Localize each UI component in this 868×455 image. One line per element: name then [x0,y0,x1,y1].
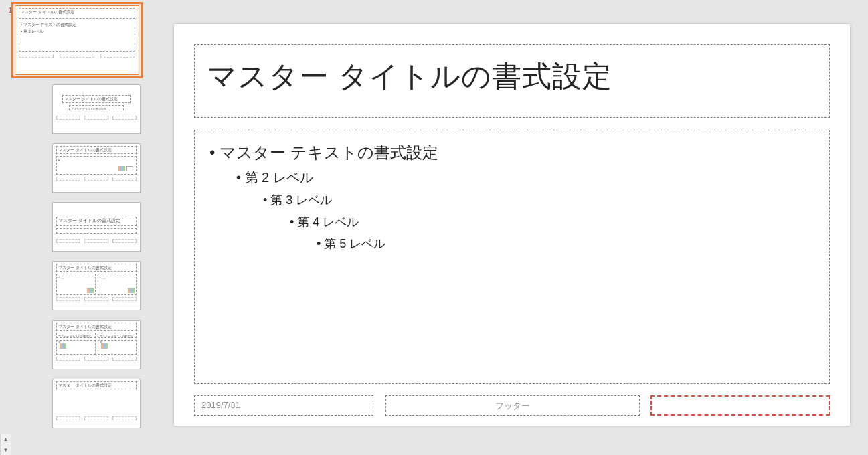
thumb-title-text: マスター タイトルの書式設定 [57,217,136,224]
thumb-title-text: マスター タイトルの書式設定 [57,147,136,153]
slide-number-placeholder[interactable] [650,395,830,416]
image-icon [126,166,133,171]
thumbnail-layout[interactable]: マスター タイトルの書式設定 [52,202,141,252]
footer-placeholder[interactable]: フッター [385,395,640,416]
thumb-title-text: マスター タイトルの書式設定 [19,9,135,15]
thumbnail-master[interactable]: マスター タイトルの書式設定 • マスター テキストの書式設定 • 第 2 レベ… [15,5,139,75]
thumb-body-text: • … [57,274,95,281]
thumb-sub-text: マスター テキストの書式設定 [70,106,123,112]
date-placeholder[interactable]: 2019/7/31 [194,395,373,416]
chart-icon [128,288,135,293]
thumbnail-layout-row: マスター タイトルの書式設定 • … • … [0,261,151,310]
chart-icon [101,343,108,349]
thumb-title-text: マスター タイトルの書式設定 [57,382,136,389]
body-level-5[interactable]: 第 5 レベル [317,233,814,254]
title-placeholder[interactable]: マスター タイトルの書式設定 [194,44,830,118]
thumb-body-text: • マスター テキストの書式設定 [19,21,135,28]
thumbnail-layout-row: マスター タイトルの書式設定 [0,202,151,252]
title-text[interactable]: マスター タイトルの書式設定 [207,57,817,96]
thumbnails-scrollbar[interactable]: ▲ ▼ [0,434,11,455]
body-level-1[interactable]: マスター テキストの書式設定 [209,140,814,165]
thumbnail-layout[interactable]: マスター タイトルの書式設定 • … [52,143,141,193]
date-text[interactable]: 2019/7/31 [201,400,240,410]
chart-icon [118,166,125,171]
thumb-title-text: マスター タイトルの書式設定 [63,96,130,102]
thumbnail-layout[interactable]: マスター タイトルの書式設定 • … • … [52,261,141,310]
thumb-body-text: • … [57,157,136,163]
scroll-up-button[interactable]: ▲ [1,434,11,444]
body-level-3[interactable]: 第 3 レベル [263,189,814,211]
thumb-title-text: マスター タイトルの書式設定 [57,323,136,330]
chart-icon [60,343,66,349]
thumbnails-list: 1 マスター タイトルの書式設定 • マスター テキストの書式設定 • 第 2 … [0,0,156,434]
slide-canvas[interactable]: マスター タイトルの書式設定 マスター テキストの書式設定 第 2 レベル 第 … [174,24,850,426]
thumbnail-layout-row: マスター タイトルの書式設定 [0,379,151,428]
thumbnail-index: 1 [0,5,12,14]
thumbnail-master-row: 1 マスター タイトルの書式設定 • マスター テキストの書式設定 • 第 2 … [0,5,151,75]
thumbnail-layout-row: マスター タイトルの書式設定 マスター テキストの書式設定 [0,84,151,134]
slide-editor-area[interactable]: マスター タイトルの書式設定 マスター テキストの書式設定 第 2 レベル 第 … [156,0,868,455]
footer-text[interactable]: フッター [495,401,530,411]
thumb-body-text: • 第 2 レベル [19,28,135,35]
thumbnail-layout[interactable]: マスター タイトルの書式設定 マスター テキストの書式設定 [52,84,141,134]
body-level-2[interactable]: 第 2 レベル [236,165,814,189]
thumbnail-layout[interactable]: マスター タイトルの書式設定 マスター テキストの書式設定 マスター テキストの… [52,320,141,369]
thumbnail-layout-row: マスター タイトルの書式設定 マスター テキストの書式設定 マスター テキストの… [0,320,151,369]
thumbnail-layout[interactable]: マスター タイトルの書式設定 [52,379,141,428]
thumbnail-layout-row: マスター タイトルの書式設定 • … [0,143,151,193]
slide-thumbnails-panel: 1 マスター タイトルの書式設定 • マスター テキストの書式設定 • 第 2 … [0,0,156,455]
thumb-body-text: • … [98,274,137,281]
chart-icon [87,288,94,293]
thumb-title-text: マスター タイトルの書式設定 [57,264,136,271]
scroll-down-button[interactable]: ▼ [1,444,11,455]
body-placeholder[interactable]: マスター テキストの書式設定 第 2 レベル 第 3 レベル 第 4 レベル 第… [194,130,830,384]
body-level-4[interactable]: 第 4 レベル [290,211,814,233]
